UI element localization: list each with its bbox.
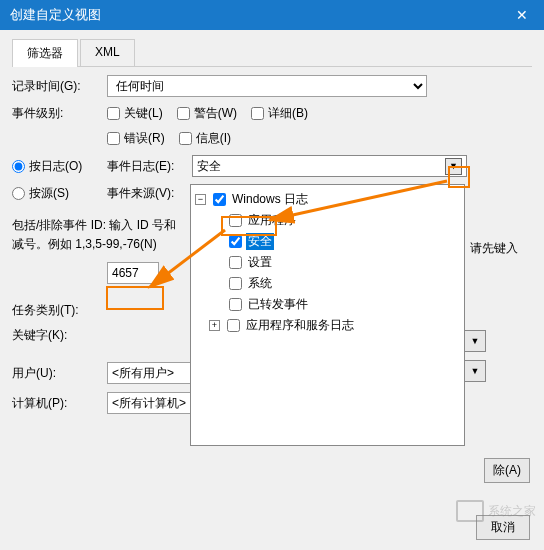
tree-node-setup[interactable]: 设置 bbox=[195, 252, 460, 273]
label-keyword: 关键字(K): bbox=[12, 327, 107, 344]
checkbox-verbose[interactable] bbox=[251, 107, 264, 120]
label-event-level: 事件级别: bbox=[12, 105, 107, 122]
check-verbose[interactable]: 详细(B) bbox=[251, 105, 308, 122]
tree-check-system[interactable] bbox=[229, 277, 242, 290]
tree-check-root[interactable] bbox=[213, 193, 226, 206]
tree-check-security[interactable] bbox=[229, 235, 242, 248]
label-event-source: 事件来源(V): bbox=[107, 185, 192, 202]
tree-check-setup[interactable] bbox=[229, 256, 242, 269]
tree-label-setup: 设置 bbox=[246, 254, 274, 271]
tab-strip: 筛选器 XML bbox=[12, 38, 532, 67]
close-icon[interactable]: ✕ bbox=[510, 3, 534, 27]
input-event-id[interactable] bbox=[107, 262, 159, 284]
tree-label-security: 安全 bbox=[246, 233, 274, 250]
check-warning[interactable]: 警告(W) bbox=[177, 105, 237, 122]
tree-expand-icon[interactable]: + bbox=[209, 320, 220, 331]
chevron-down-icon-keyword[interactable]: ▼ bbox=[464, 360, 486, 382]
tree-node-root[interactable]: − Windows 日志 bbox=[195, 189, 460, 210]
radio-by-source[interactable]: 按源(S) bbox=[12, 185, 107, 202]
checkbox-info[interactable] bbox=[179, 132, 192, 145]
label-user: 用户(U): bbox=[12, 365, 107, 382]
tree-popup: − Windows 日志 应用程序 安全 设置 系统 已转发事件 + 应用程序和… bbox=[190, 184, 465, 446]
dropdown-event-log-value: 安全 bbox=[197, 158, 221, 175]
tree-node-apps-services[interactable]: + 应用程序和服务日志 bbox=[195, 315, 460, 336]
chevron-down-icon-task[interactable]: ▼ bbox=[464, 330, 486, 352]
tree-label-root: Windows 日志 bbox=[230, 191, 310, 208]
dropdown-event-log[interactable]: 安全 ▼ bbox=[192, 155, 467, 177]
tree-label-application: 应用程序 bbox=[246, 212, 298, 229]
checkbox-warning[interactable] bbox=[177, 107, 190, 120]
window-title: 创建自定义视图 bbox=[10, 6, 101, 24]
label-log-time: 记录时间(G): bbox=[12, 78, 107, 95]
tree-check-apps-services[interactable] bbox=[227, 319, 240, 332]
chevron-down-icon[interactable]: ▼ bbox=[445, 158, 462, 175]
tree-label-forwarded: 已转发事件 bbox=[246, 296, 310, 313]
label-event-log: 事件日志(E): bbox=[107, 158, 192, 175]
hint-text: 请先键入 bbox=[470, 240, 518, 257]
tree-node-system[interactable]: 系统 bbox=[195, 273, 460, 294]
tab-filter[interactable]: 筛选器 bbox=[12, 39, 78, 67]
tree-node-application[interactable]: 应用程序 bbox=[195, 210, 460, 231]
radio-by-source-input[interactable] bbox=[12, 187, 25, 200]
tree-label-apps-services: 应用程序和服务日志 bbox=[244, 317, 356, 334]
label-computer: 计算机(P): bbox=[12, 395, 107, 412]
watermark: 系统之家 bbox=[456, 500, 536, 522]
check-error[interactable]: 错误(R) bbox=[107, 130, 165, 147]
label-task-category: 任务类别(T): bbox=[12, 302, 107, 319]
tab-xml[interactable]: XML bbox=[80, 39, 135, 67]
clear-button[interactable]: 除(A) bbox=[484, 458, 530, 483]
title-bar: 创建自定义视图 ✕ bbox=[0, 0, 544, 30]
checkbox-error[interactable] bbox=[107, 132, 120, 145]
tree-node-security[interactable]: 安全 bbox=[195, 231, 460, 252]
tree-collapse-icon[interactable]: − bbox=[195, 194, 206, 205]
tree-check-application[interactable] bbox=[229, 214, 242, 227]
check-critical[interactable]: 关键(L) bbox=[107, 105, 163, 122]
select-log-time[interactable]: 任何时间 bbox=[107, 75, 427, 97]
tree-node-forwarded[interactable]: 已转发事件 bbox=[195, 294, 460, 315]
watermark-icon bbox=[456, 500, 484, 522]
tree-label-system: 系统 bbox=[246, 275, 274, 292]
radio-by-log-input[interactable] bbox=[12, 160, 25, 173]
checkbox-critical[interactable] bbox=[107, 107, 120, 120]
tree-check-forwarded[interactable] bbox=[229, 298, 242, 311]
radio-by-log[interactable]: 按日志(O) bbox=[12, 158, 107, 175]
check-info[interactable]: 信息(I) bbox=[179, 130, 231, 147]
